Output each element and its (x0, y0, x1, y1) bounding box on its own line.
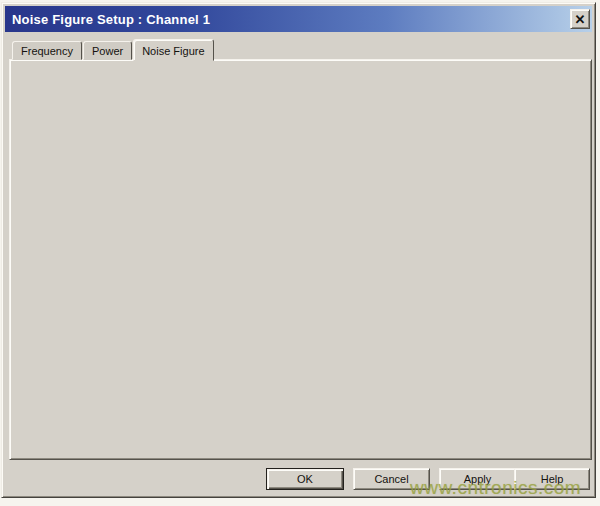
tab-page-noise-figure (9, 59, 592, 460)
apply-button-label: Apply (464, 473, 492, 485)
tab-noise-figure[interactable]: Noise Figure (133, 39, 213, 61)
tab-power-label: Power (92, 45, 123, 57)
tab-frequency[interactable]: Frequency (12, 41, 82, 60)
tab-power[interactable]: Power (83, 41, 132, 60)
close-icon: ✕ (575, 12, 586, 27)
window-title: Noise Figure Setup : Channel 1 (12, 12, 210, 27)
apply-button[interactable]: Apply (439, 468, 516, 490)
cancel-button[interactable]: Cancel (353, 468, 430, 490)
tab-noise-figure-label: Noise Figure (142, 45, 204, 57)
title-bar: Noise Figure Setup : Channel 1 ✕ (5, 6, 592, 32)
ok-button-label: OK (297, 473, 313, 485)
noise-figure-setup-dialog: Noise Figure Setup : Channel 1 ✕ Frequen… (1, 2, 596, 498)
ok-button[interactable]: OK (266, 468, 344, 490)
close-button[interactable]: ✕ (570, 9, 590, 29)
help-button[interactable]: Help (514, 468, 590, 490)
cancel-button-label: Cancel (374, 473, 408, 485)
tab-frequency-label: Frequency (21, 45, 73, 57)
help-button-label: Help (541, 473, 564, 485)
tab-strip: Frequency Power Noise Figure (12, 41, 215, 60)
